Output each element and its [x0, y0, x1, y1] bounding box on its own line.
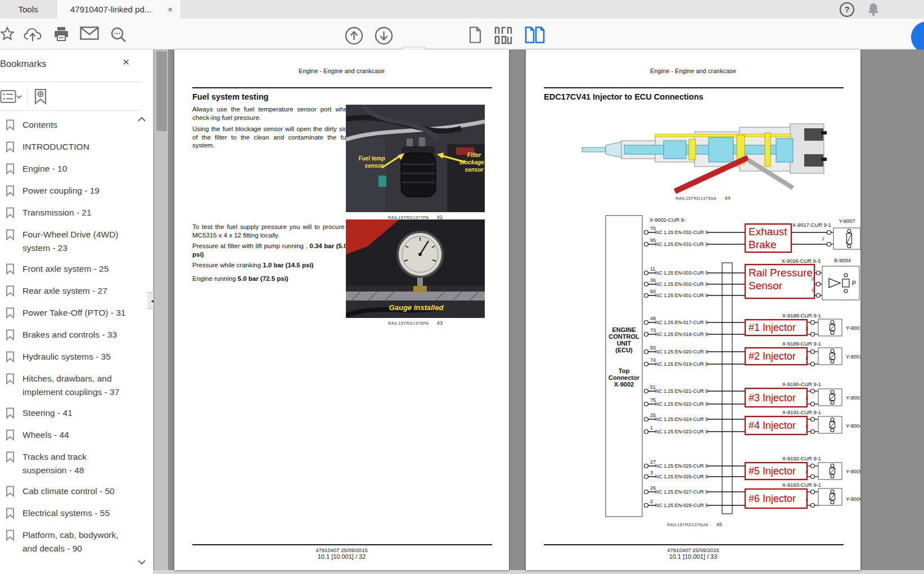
cloud-upload-icon[interactable]	[24, 26, 42, 42]
paragraph: Pressure while cranking 1.0 bar (14.5 ps…	[192, 261, 351, 270]
bookmark-label: Steering - 41	[22, 406, 127, 421]
device-name: #5 Injector	[749, 465, 796, 477]
bookmark-icon	[6, 118, 22, 133]
wire-label: NC 1.25 EN-032-CUR 9	[655, 230, 708, 235]
bookmarks-panel: Bookmarks × ContentsINTRODUCTIONEngine -…	[0, 50, 154, 574]
bookmark-item[interactable]: INTRODUCTION	[6, 140, 130, 155]
bookmark-item[interactable]: Front axle system - 25	[6, 262, 130, 277]
page-thumbnails-view-icon[interactable]	[494, 26, 515, 44]
component-label: Y-9007	[839, 218, 855, 224]
vertical-scrollbar-thumb[interactable]	[156, 51, 167, 131]
notification-bell-icon[interactable]	[867, 2, 880, 17]
device-name: Exhaust	[749, 226, 787, 237]
ecu-pin-number: 1	[650, 425, 653, 430]
wire-label: NC 1.25 EN-025-CUR 9	[655, 463, 708, 469]
bookmark-item[interactable]: Platform, cab, bodywork, and decals - 90	[6, 528, 130, 555]
svg-text:CONTROL: CONTROL	[609, 333, 639, 340]
svg-text:Top: Top	[619, 367, 630, 374]
section-title: EDC17CV41 Injector to ECU Connections	[544, 92, 704, 101]
connector-label: X-9191-CUR 9-1	[782, 410, 821, 415]
bookmark-item[interactable]: Transmission - 21	[6, 206, 130, 221]
close-tab-icon[interactable]: ×	[165, 5, 175, 14]
figure-caption: RAIL15TRD1376UA45	[613, 521, 776, 527]
component-label: Y-9004	[846, 423, 860, 429]
wiring-group: 51NC 1.25 EN-021-CUR 975NC 1.25 EN-022-C…	[644, 382, 861, 407]
wiring-group: 11NC 1.25 EN-003-CUR 936NC 1.25 EN-002-C…	[644, 258, 860, 300]
wire-label: NC 1.25 EN-003-CUR 9	[655, 270, 708, 276]
bookmark-icon	[6, 372, 22, 399]
wiring-group: 50NC 1.25 EN-020-CUR 974NC 1.25 EN-019-C…	[644, 341, 861, 367]
bookmark-item[interactable]: Cab climate control - 50	[6, 485, 130, 499]
scroll-down-icon[interactable]	[137, 559, 146, 566]
bookmark-label: Contents	[22, 118, 127, 133]
bookmark-label: Electrical systems - 55	[22, 506, 127, 521]
bookmark-label: Brakes and controls - 33	[22, 328, 127, 343]
bookmark-label: Cab climate control - 50	[22, 485, 127, 499]
wiring-group: 70NC 1.25 EN-032-CUR 995NC 1.25 EN-031-C…	[644, 218, 861, 252]
pdf-viewer-window: Tools 47910407-linked pd... × ?	[0, 0, 924, 574]
svg-text:Connector: Connector	[609, 374, 640, 381]
tab-document[interactable]: 47910407-linked pd... ×	[57, 0, 181, 19]
bookmark-item[interactable]: Tracks and track suspension - 48	[6, 450, 130, 477]
figure-caption: RAIL15TRD1378PA43	[346, 320, 485, 326]
ecu-pin-number: 3	[650, 470, 653, 476]
connector-label: X-9188-CUR 9-1	[782, 313, 821, 319]
toolbar: / 5053	[0, 19, 924, 50]
photo-gauge-installed: Gauge installed	[346, 219, 485, 318]
device-name: Rail Pressure	[749, 267, 813, 279]
bookmark-icon	[6, 450, 22, 477]
component-label: Y-9003	[846, 395, 860, 401]
close-bookmarks-icon[interactable]: ×	[123, 55, 129, 69]
bookmark-icon	[6, 262, 22, 277]
bookmarks-panel-title: Bookmarks	[0, 59, 47, 69]
svg-text:X-9002-CUR 9-: X-9002-CUR 9-	[650, 217, 686, 223]
horizontal-scrollbar[interactable]	[154, 570, 924, 574]
bookmark-item[interactable]: Hitches, drawbars, and implement couplin…	[6, 372, 130, 399]
photo-label: Gauge installed	[389, 303, 444, 312]
bookmark-item[interactable]: Contents	[6, 118, 130, 133]
vertical-scrollbar[interactable]	[154, 50, 168, 574]
paragraph: Engine running 5.0 bar (72.5 psi)	[192, 275, 351, 283]
bookmark-item[interactable]: Power coupling - 19	[6, 184, 130, 199]
tabbar-right-icons: ?	[840, 1, 880, 18]
print-icon[interactable]	[53, 26, 69, 42]
svg-text:ENGINE: ENGINE	[612, 326, 635, 333]
scroll-up-icon[interactable]	[137, 116, 146, 123]
bookmarks-toolbar	[0, 84, 49, 109]
previous-page-icon[interactable]	[345, 26, 363, 45]
bookmark-item[interactable]: Electrical systems - 55	[6, 506, 130, 521]
email-icon[interactable]	[80, 26, 99, 40]
search-icon[interactable]	[110, 26, 127, 43]
wire-label: NC 1.25 EN-024-CUR 9	[655, 416, 708, 422]
bookmark-item[interactable]: Hydraulic systems - 35	[6, 350, 130, 365]
two-page-view-icon[interactable]	[525, 26, 545, 43]
tab-tools[interactable]: Tools	[0, 0, 57, 19]
favorite-star-icon[interactable]	[0, 26, 15, 41]
bookmark-item[interactable]: Four-Wheel Drive (4WD) system - 23	[6, 228, 130, 255]
bookmark-item[interactable]: Wheels - 44	[6, 428, 130, 443]
single-page-view-icon[interactable]	[468, 26, 482, 43]
help-icon[interactable]: ?	[840, 2, 854, 17]
connector-pin-number: 2	[806, 424, 809, 429]
connector-pin-number: 2	[806, 396, 809, 401]
wire-label: NC 1.25 EN-022-CUR 9	[655, 401, 708, 407]
bookmark-item[interactable]: Engine - 10	[6, 162, 130, 177]
injector-wiring-diagram: ENGINE CONTROL UNIT (ECU) Top Connector …	[602, 213, 860, 519]
bookmark-item[interactable]: Rear axle system - 27	[6, 284, 130, 299]
bookmark-label: INTRODUCTION	[22, 140, 127, 155]
tab-document-label: 47910407-linked pd...	[70, 5, 151, 14]
bookmark-item[interactable]: Steering - 41	[6, 406, 130, 421]
find-current-bookmark-icon[interactable]	[33, 88, 49, 105]
page-left: Engine - Engine and crankcase Fuel syste…	[174, 50, 509, 570]
component-label: B-9004	[834, 258, 851, 263]
bookmark-item[interactable]: Brakes and controls - 33	[6, 328, 130, 343]
bookmark-label: Power coupling - 19	[22, 184, 127, 199]
next-page-icon[interactable]	[375, 26, 393, 45]
wire-label: NC 1.25 EN-017-CUR 9	[655, 320, 708, 325]
bookmark-options-icon[interactable]	[0, 89, 22, 104]
bookmark-label: Wheels - 44	[22, 428, 127, 443]
photo-label: blockage	[459, 159, 484, 165]
bookmark-item[interactable]: Power Take-Off (PTO) - 31	[6, 306, 130, 321]
paragraph: Using the fuel blockage sensor will open…	[192, 125, 351, 150]
wiring-group: 25NC 1.25 EN-024-CUR 91NC 1.25 EN-023-CU…	[644, 410, 861, 434]
